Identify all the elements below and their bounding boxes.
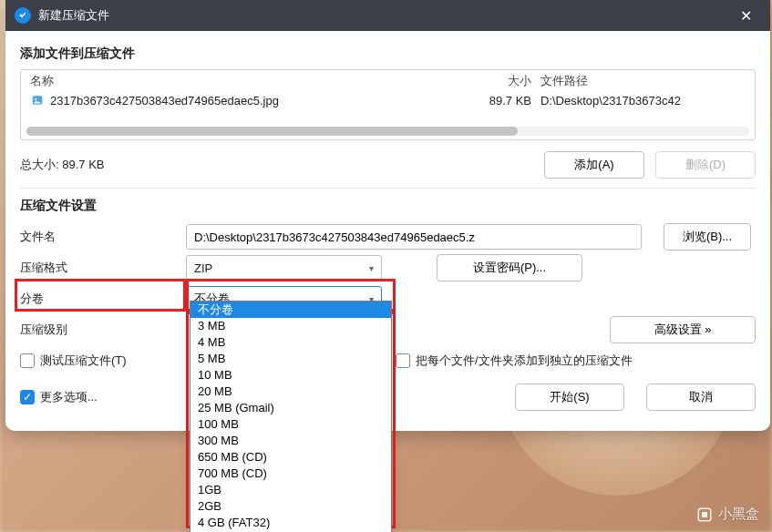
split-option[interactable]: 100 MB (190, 416, 391, 433)
settings-heading: 压缩文件设置 (20, 198, 756, 214)
file-path: D:\Desktop\2317b3673c42 (540, 94, 746, 107)
format-combo[interactable]: ZIP ▾ (186, 255, 382, 281)
watermark: 小黑盒 (696, 506, 759, 523)
split-label: 分卷 (20, 291, 175, 307)
add-files-heading: 添加文件到压缩文件 (20, 46, 756, 62)
horizontal-scrollbar[interactable] (26, 127, 749, 136)
total-size: 总大小: 89.7 KB (20, 157, 533, 173)
split-option[interactable]: 10 MB (190, 367, 391, 384)
remove-button: 删除(D) (655, 151, 756, 179)
svg-rect-3 (702, 512, 707, 517)
col-name[interactable]: 名称 (30, 74, 477, 89)
split-option[interactable]: 700 MB (CD) (190, 466, 391, 482)
split-option[interactable]: 1GB (190, 482, 391, 498)
image-file-icon (30, 93, 45, 107)
cancel-button[interactable]: 取消 (646, 384, 756, 411)
titlebar: 新建压缩文件 ✕ (5, 0, 770, 31)
split-option[interactable]: 20 MB (190, 384, 391, 400)
close-icon[interactable]: ✕ (730, 7, 761, 25)
split-option[interactable]: 25 MB (Gmail) (190, 400, 391, 416)
title-text: 新建压缩文件 (38, 7, 730, 24)
split-option[interactable]: 不分卷 (190, 302, 391, 318)
split-dropdown[interactable]: 不分卷3 MB4 MB5 MB10 MB20 MB25 MB (Gmail)10… (190, 301, 392, 532)
app-icon (15, 7, 31, 24)
split-option[interactable]: 650 MB (CD) (190, 449, 391, 466)
file-list: 名称 大小 文件路径 2317b3673c427503843ed74965eda… (20, 69, 756, 140)
split-option[interactable]: 4 MB (190, 334, 391, 351)
split-option[interactable]: 3 MB (190, 318, 391, 334)
level-label: 压缩级别 (20, 322, 175, 338)
split-option[interactable]: 300 MB (190, 433, 391, 449)
start-button[interactable]: 开始(S) (515, 384, 624, 411)
chevron-down-icon: ▾ (369, 263, 374, 273)
set-password-button[interactable]: 设置密码(P)... (437, 254, 582, 281)
filename-input[interactable] (186, 224, 642, 250)
watermark-icon (696, 506, 713, 523)
split-option[interactable]: 5 MB (190, 351, 391, 367)
col-size[interactable]: 大小 (477, 74, 531, 89)
add-button[interactable]: 添加(A) (544, 151, 644, 179)
advanced-button[interactable]: 高级设置 » (610, 316, 756, 343)
split-option[interactable]: 4 GB (FAT32) (190, 515, 391, 531)
format-label: 压缩格式 (20, 260, 175, 276)
file-row[interactable]: 2317b3673c427503843ed74965edaec5.jpg 89.… (21, 91, 755, 109)
svg-point-1 (35, 98, 36, 100)
file-size: 89.7 KB (477, 94, 531, 107)
file-name: 2317b3673c427503843ed74965edaec5.jpg (50, 94, 477, 107)
separate-archive-checkbox[interactable]: 把每个文件/文件夹添加到独立的压缩文件 (396, 353, 633, 369)
filename-label: 文件名 (20, 229, 175, 245)
col-path[interactable]: 文件路径 (540, 74, 746, 89)
browse-button[interactable]: 浏览(B)... (664, 223, 751, 251)
split-option[interactable]: 2GB (190, 498, 391, 515)
